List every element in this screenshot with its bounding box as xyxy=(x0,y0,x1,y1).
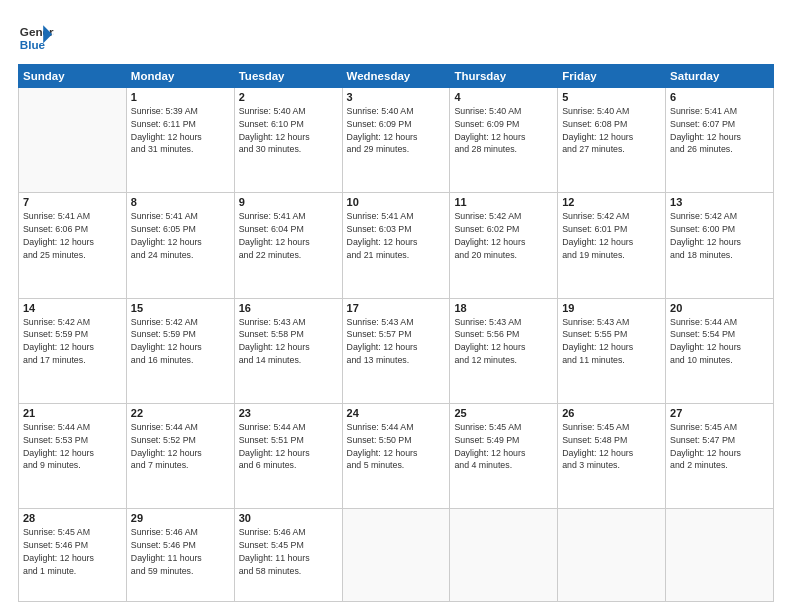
day-number: 21 xyxy=(23,407,122,419)
weekday-header: Saturday xyxy=(666,65,774,88)
calendar-cell: 21Sunrise: 5:44 AM Sunset: 5:53 PM Dayli… xyxy=(19,404,127,509)
calendar-cell xyxy=(450,509,558,602)
day-info: Sunrise: 5:40 AM Sunset: 6:09 PM Dayligh… xyxy=(347,105,446,156)
calendar-cell: 11Sunrise: 5:42 AM Sunset: 6:02 PM Dayli… xyxy=(450,193,558,298)
calendar-cell xyxy=(19,88,127,193)
day-number: 26 xyxy=(562,407,661,419)
calendar-cell: 24Sunrise: 5:44 AM Sunset: 5:50 PM Dayli… xyxy=(342,404,450,509)
calendar-cell: 10Sunrise: 5:41 AM Sunset: 6:03 PM Dayli… xyxy=(342,193,450,298)
day-info: Sunrise: 5:44 AM Sunset: 5:51 PM Dayligh… xyxy=(239,421,338,472)
calendar-cell: 15Sunrise: 5:42 AM Sunset: 5:59 PM Dayli… xyxy=(126,298,234,403)
day-number: 15 xyxy=(131,302,230,314)
calendar-cell: 5Sunrise: 5:40 AM Sunset: 6:08 PM Daylig… xyxy=(558,88,666,193)
day-info: Sunrise: 5:42 AM Sunset: 6:01 PM Dayligh… xyxy=(562,210,661,261)
day-info: Sunrise: 5:41 AM Sunset: 6:03 PM Dayligh… xyxy=(347,210,446,261)
weekday-header: Wednesday xyxy=(342,65,450,88)
day-number: 3 xyxy=(347,91,446,103)
calendar-cell: 22Sunrise: 5:44 AM Sunset: 5:52 PM Dayli… xyxy=(126,404,234,509)
day-number: 17 xyxy=(347,302,446,314)
weekday-header: Friday xyxy=(558,65,666,88)
day-number: 12 xyxy=(562,196,661,208)
calendar-cell: 17Sunrise: 5:43 AM Sunset: 5:57 PM Dayli… xyxy=(342,298,450,403)
calendar-cell: 6Sunrise: 5:41 AM Sunset: 6:07 PM Daylig… xyxy=(666,88,774,193)
day-info: Sunrise: 5:46 AM Sunset: 5:45 PM Dayligh… xyxy=(239,526,338,577)
day-number: 10 xyxy=(347,196,446,208)
day-number: 20 xyxy=(670,302,769,314)
calendar-cell: 23Sunrise: 5:44 AM Sunset: 5:51 PM Dayli… xyxy=(234,404,342,509)
day-info: Sunrise: 5:39 AM Sunset: 6:11 PM Dayligh… xyxy=(131,105,230,156)
page-header: General Blue xyxy=(18,18,774,54)
day-info: Sunrise: 5:42 AM Sunset: 5:59 PM Dayligh… xyxy=(131,316,230,367)
logo-icon: General Blue xyxy=(18,18,54,54)
day-info: Sunrise: 5:41 AM Sunset: 6:05 PM Dayligh… xyxy=(131,210,230,261)
day-info: Sunrise: 5:44 AM Sunset: 5:50 PM Dayligh… xyxy=(347,421,446,472)
day-number: 9 xyxy=(239,196,338,208)
calendar-cell: 1Sunrise: 5:39 AM Sunset: 6:11 PM Daylig… xyxy=(126,88,234,193)
day-number: 16 xyxy=(239,302,338,314)
weekday-header: Tuesday xyxy=(234,65,342,88)
day-number: 13 xyxy=(670,196,769,208)
calendar-cell: 3Sunrise: 5:40 AM Sunset: 6:09 PM Daylig… xyxy=(342,88,450,193)
calendar-cell: 13Sunrise: 5:42 AM Sunset: 6:00 PM Dayli… xyxy=(666,193,774,298)
day-info: Sunrise: 5:45 AM Sunset: 5:46 PM Dayligh… xyxy=(23,526,122,577)
day-number: 2 xyxy=(239,91,338,103)
day-number: 1 xyxy=(131,91,230,103)
svg-text:Blue: Blue xyxy=(20,38,46,51)
day-info: Sunrise: 5:44 AM Sunset: 5:53 PM Dayligh… xyxy=(23,421,122,472)
calendar-cell: 4Sunrise: 5:40 AM Sunset: 6:09 PM Daylig… xyxy=(450,88,558,193)
day-number: 25 xyxy=(454,407,553,419)
calendar-cell: 14Sunrise: 5:42 AM Sunset: 5:59 PM Dayli… xyxy=(19,298,127,403)
day-number: 6 xyxy=(670,91,769,103)
day-info: Sunrise: 5:41 AM Sunset: 6:04 PM Dayligh… xyxy=(239,210,338,261)
day-info: Sunrise: 5:45 AM Sunset: 5:48 PM Dayligh… xyxy=(562,421,661,472)
calendar-week-row: 7Sunrise: 5:41 AM Sunset: 6:06 PM Daylig… xyxy=(19,193,774,298)
day-number: 27 xyxy=(670,407,769,419)
day-number: 23 xyxy=(239,407,338,419)
day-info: Sunrise: 5:43 AM Sunset: 5:56 PM Dayligh… xyxy=(454,316,553,367)
calendar-cell: 28Sunrise: 5:45 AM Sunset: 5:46 PM Dayli… xyxy=(19,509,127,602)
day-info: Sunrise: 5:43 AM Sunset: 5:57 PM Dayligh… xyxy=(347,316,446,367)
day-info: Sunrise: 5:40 AM Sunset: 6:08 PM Dayligh… xyxy=(562,105,661,156)
day-number: 7 xyxy=(23,196,122,208)
weekday-header: Sunday xyxy=(19,65,127,88)
day-info: Sunrise: 5:43 AM Sunset: 5:58 PM Dayligh… xyxy=(239,316,338,367)
calendar-cell xyxy=(558,509,666,602)
calendar-cell: 30Sunrise: 5:46 AM Sunset: 5:45 PM Dayli… xyxy=(234,509,342,602)
calendar-cell xyxy=(342,509,450,602)
day-info: Sunrise: 5:40 AM Sunset: 6:09 PM Dayligh… xyxy=(454,105,553,156)
day-number: 30 xyxy=(239,512,338,524)
calendar-week-row: 21Sunrise: 5:44 AM Sunset: 5:53 PM Dayli… xyxy=(19,404,774,509)
day-info: Sunrise: 5:42 AM Sunset: 5:59 PM Dayligh… xyxy=(23,316,122,367)
day-number: 8 xyxy=(131,196,230,208)
calendar-cell: 7Sunrise: 5:41 AM Sunset: 6:06 PM Daylig… xyxy=(19,193,127,298)
day-number: 29 xyxy=(131,512,230,524)
day-number: 18 xyxy=(454,302,553,314)
day-info: Sunrise: 5:40 AM Sunset: 6:10 PM Dayligh… xyxy=(239,105,338,156)
day-number: 11 xyxy=(454,196,553,208)
calendar-header-row: SundayMondayTuesdayWednesdayThursdayFrid… xyxy=(19,65,774,88)
weekday-header: Monday xyxy=(126,65,234,88)
day-info: Sunrise: 5:46 AM Sunset: 5:46 PM Dayligh… xyxy=(131,526,230,577)
day-info: Sunrise: 5:41 AM Sunset: 6:06 PM Dayligh… xyxy=(23,210,122,261)
day-number: 5 xyxy=(562,91,661,103)
day-info: Sunrise: 5:42 AM Sunset: 6:02 PM Dayligh… xyxy=(454,210,553,261)
calendar-cell: 2Sunrise: 5:40 AM Sunset: 6:10 PM Daylig… xyxy=(234,88,342,193)
calendar-table: SundayMondayTuesdayWednesdayThursdayFrid… xyxy=(18,64,774,602)
day-info: Sunrise: 5:45 AM Sunset: 5:49 PM Dayligh… xyxy=(454,421,553,472)
calendar-cell: 29Sunrise: 5:46 AM Sunset: 5:46 PM Dayli… xyxy=(126,509,234,602)
calendar-week-row: 1Sunrise: 5:39 AM Sunset: 6:11 PM Daylig… xyxy=(19,88,774,193)
calendar-cell xyxy=(666,509,774,602)
calendar-cell: 19Sunrise: 5:43 AM Sunset: 5:55 PM Dayli… xyxy=(558,298,666,403)
day-number: 24 xyxy=(347,407,446,419)
day-info: Sunrise: 5:45 AM Sunset: 5:47 PM Dayligh… xyxy=(670,421,769,472)
calendar-cell: 9Sunrise: 5:41 AM Sunset: 6:04 PM Daylig… xyxy=(234,193,342,298)
day-info: Sunrise: 5:41 AM Sunset: 6:07 PM Dayligh… xyxy=(670,105,769,156)
day-number: 28 xyxy=(23,512,122,524)
calendar-cell: 27Sunrise: 5:45 AM Sunset: 5:47 PM Dayli… xyxy=(666,404,774,509)
logo: General Blue xyxy=(18,18,54,54)
day-info: Sunrise: 5:42 AM Sunset: 6:00 PM Dayligh… xyxy=(670,210,769,261)
day-info: Sunrise: 5:44 AM Sunset: 5:54 PM Dayligh… xyxy=(670,316,769,367)
day-number: 19 xyxy=(562,302,661,314)
calendar-cell: 12Sunrise: 5:42 AM Sunset: 6:01 PM Dayli… xyxy=(558,193,666,298)
calendar-cell: 20Sunrise: 5:44 AM Sunset: 5:54 PM Dayli… xyxy=(666,298,774,403)
